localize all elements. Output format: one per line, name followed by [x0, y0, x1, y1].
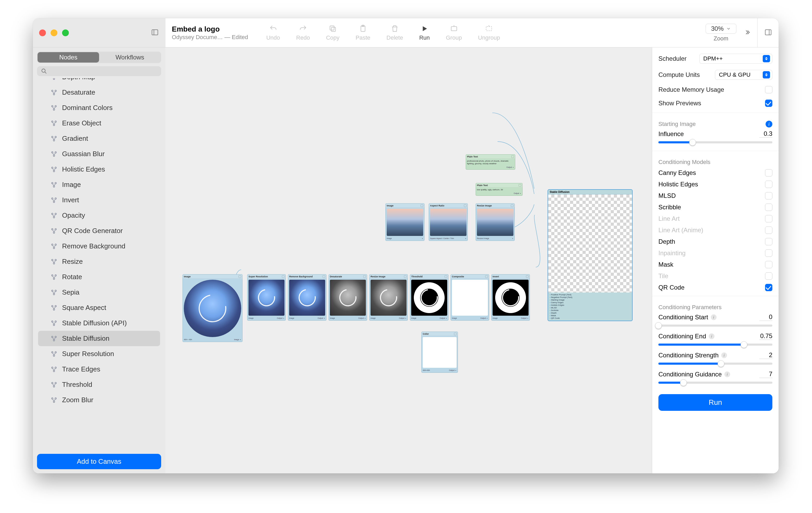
cond-model-checkbox[interactable] [765, 238, 772, 245]
close-icon[interactable] [323, 275, 325, 278]
sidebar-item[interactable]: Stable Diffusion [38, 331, 160, 346]
compute-units-select[interactable]: CPU & GPU [715, 70, 772, 80]
cond-model-checkbox[interactable] [765, 204, 772, 211]
run-button[interactable]: Run [659, 394, 772, 411]
sidebar-item[interactable]: Super Resolution [33, 346, 165, 362]
close-icon[interactable] [363, 275, 366, 278]
add-to-canvas-button[interactable]: Add to Canvas [37, 454, 161, 469]
close-window-button[interactable] [39, 29, 46, 36]
delete-button[interactable]: Delete [386, 23, 403, 43]
node-list[interactable]: Depth MapDesaturateDominant ColorsErase … [33, 78, 165, 450]
scheduler-select[interactable]: DPM++ [699, 54, 772, 64]
canvas-node-prompt-negative[interactable]: Plain Text low quality, ugly, cartoon, 3… [475, 183, 523, 196]
conditioning-end-slider[interactable]: Conditioning Endi0.75 [659, 331, 772, 350]
toggle-inspector-icon[interactable] [764, 28, 772, 37]
sd-input-port[interactable]: Starting Image [550, 299, 631, 301]
sidebar-item[interactable]: Trace Edges [33, 362, 165, 377]
sidebar-item[interactable]: Erase Object [33, 116, 165, 131]
tab-workflows[interactable]: Workflows [99, 52, 161, 63]
minimize-window-button[interactable] [51, 29, 57, 36]
canvas-node-image-logo[interactable]: Image 484 × 484Image ⚬ [182, 274, 242, 342]
close-icon[interactable] [519, 184, 521, 187]
sd-input-port[interactable]: Positive Prompt (Text) [550, 294, 631, 296]
canvas-node-image[interactable]: Image Image⚬ [385, 203, 425, 241]
influence-slider[interactable]: Influence 0.3 [659, 129, 772, 148]
sd-input-port[interactable]: Depth [550, 312, 631, 314]
overflow-chevrons-icon[interactable] [744, 29, 752, 37]
canvas-node-chain[interactable]: Remove BackgroundImageOutput ⚬ [288, 274, 326, 321]
copy-button[interactable]: Copy [326, 23, 339, 43]
sidebar-item[interactable]: Image [33, 177, 165, 192]
cond-model-checkbox[interactable] [765, 284, 772, 291]
cond-model-checkbox[interactable] [765, 261, 772, 268]
canvas-node-chain[interactable]: Super ResolutionImageOutput ⚬ [247, 274, 286, 321]
close-icon[interactable] [282, 275, 285, 278]
sidebar-item[interactable]: Depth Map [33, 78, 165, 85]
cond-model-checkbox[interactable] [765, 192, 772, 200]
toggle-sidebar-icon[interactable] [151, 28, 159, 37]
sidebar-item[interactable]: Zoom Blur [33, 392, 165, 408]
sidebar-item[interactable]: Resize [33, 254, 165, 269]
sd-input-port[interactable]: QR Code [550, 317, 631, 320]
canvas-node-chain[interactable]: InvertImageOutput ⚬ [491, 274, 530, 321]
close-icon[interactable] [511, 204, 514, 207]
canvas-node-color[interactable]: Color 484×484Output ⚬ [422, 332, 458, 373]
sidebar-item[interactable]: Sepia [33, 285, 165, 300]
canvas-node-prompt-positive[interactable]: Plain Text professional photo, photo of … [466, 154, 515, 170]
canvas-node-aspect-ratio[interactable]: Aspect Ratio Square Aspect / Center / Tr… [429, 203, 468, 241]
sidebar-item[interactable]: Dominant Colors [33, 100, 165, 116]
sd-input-port[interactable]: Scribble [550, 309, 631, 312]
sidebar-item[interactable]: Remove Background [33, 239, 165, 254]
canvas[interactable]: Image Image⚬ Aspect Ratio Square Aspect … [165, 48, 652, 473]
cond-model-checkbox[interactable] [765, 181, 772, 188]
conditioning-start-slider[interactable]: Conditioning Starti0 [659, 312, 772, 331]
close-icon[interactable] [526, 275, 528, 278]
sidebar-item[interactable]: QR Code Generator [33, 223, 165, 239]
conditioning-guidance-slider[interactable]: Conditioning Guidancei7 [659, 369, 772, 388]
group-button[interactable]: Group [446, 23, 462, 43]
canvas-node-stable-diffusion[interactable]: Stable Diffusion Positive Prompt (Text)N… [548, 189, 633, 321]
cond-model-checkbox[interactable] [765, 169, 772, 177]
sidebar-item[interactable]: Opacity [33, 208, 165, 223]
redo-button[interactable]: Redo [296, 23, 310, 43]
sidebar-item[interactable]: Guassian Blur [33, 146, 165, 161]
ungroup-button[interactable]: Ungroup [478, 23, 500, 43]
close-icon[interactable] [454, 333, 457, 335]
sidebar-item[interactable]: Desaturate [33, 85, 165, 100]
sd-input-port[interactable]: Canny Edges [550, 301, 631, 304]
undo-button[interactable]: Undo [266, 23, 280, 43]
canvas-node-chain[interactable]: CompositeImageOutput ⚬ [451, 274, 489, 321]
zoom-select[interactable]: 30% Zoom [706, 24, 736, 42]
sd-input-port[interactable]: Mask [550, 314, 631, 317]
run-button-toolbar[interactable]: Run [419, 23, 430, 43]
canvas-node-chain[interactable]: Resize ImageImageOutput ⚬ [369, 274, 408, 321]
sidebar-item[interactable]: Threshold [33, 377, 165, 392]
canvas-node-chain[interactable]: ThresholdImageOutput ⚬ [410, 274, 448, 321]
close-icon[interactable] [404, 275, 407, 278]
show-previews-checkbox[interactable] [765, 99, 772, 107]
sidebar-item[interactable]: Stable Diffusion (API) [33, 315, 165, 331]
close-icon[interactable] [511, 155, 514, 158]
canvas-node-chain[interactable]: DesaturateImageOutput ⚬ [328, 274, 367, 321]
sd-input-port[interactable]: MLSD [550, 306, 631, 309]
info-icon[interactable]: i [765, 121, 772, 127]
tab-nodes[interactable]: Nodes [37, 52, 99, 63]
sidebar-item[interactable]: Rotate [33, 269, 165, 285]
sidebar-item[interactable]: Gradient [33, 131, 165, 146]
fullscreen-window-button[interactable] [62, 29, 69, 36]
conditioning-strength-slider[interactable]: Conditioning Strengthi2 [659, 350, 772, 369]
close-icon[interactable] [485, 275, 488, 278]
search-input[interactable] [37, 66, 161, 76]
sd-input-port[interactable]: Negative Prompt (Text) [550, 296, 631, 299]
paste-button[interactable]: Paste [356, 23, 370, 43]
sidebar-item[interactable]: Holistic Edges [33, 161, 165, 177]
close-icon[interactable] [239, 275, 241, 278]
sidebar-item[interactable]: Square Aspect [33, 300, 165, 315]
sd-input-port[interactable]: Holistic Edges [550, 304, 631, 306]
close-icon[interactable] [420, 204, 423, 207]
sidebar-item[interactable]: Invert [33, 192, 165, 208]
canvas-node-resize-image-top[interactable]: Resize Image Resized Image⚬ [475, 203, 515, 241]
close-icon[interactable] [464, 204, 466, 207]
close-icon[interactable] [444, 275, 447, 278]
reduce-memory-checkbox[interactable] [765, 86, 772, 93]
